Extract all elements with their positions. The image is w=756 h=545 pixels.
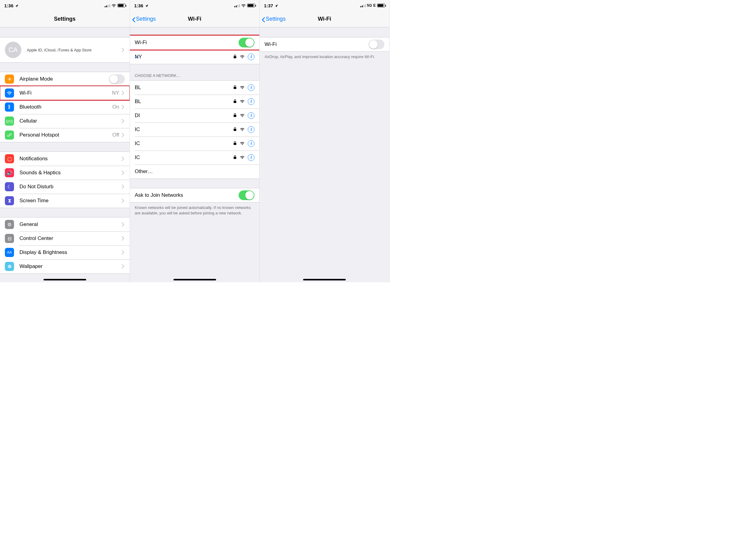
chevron-left-icon	[132, 17, 136, 21]
ask-to-join-row[interactable]: Ask to Join Networks	[130, 188, 260, 202]
network-name: IC	[135, 127, 233, 133]
choose-network-header: CHOOSE A NETWORK…	[130, 64, 260, 80]
home-indicator[interactable]	[173, 279, 216, 280]
info-button[interactable]: i	[248, 126, 254, 133]
nav-title: Wi-Fi	[188, 16, 201, 22]
network-row[interactable]: ICi	[130, 151, 260, 165]
wifi-off-footer: AirDrop, AirPlay, and improved location …	[260, 52, 389, 63]
other-network-row[interactable]: Other…	[130, 165, 260, 179]
location-icon	[274, 3, 278, 8]
wifi-signal-icon	[240, 127, 245, 132]
row-value: NY	[112, 90, 119, 96]
network-name: IC	[135, 155, 233, 161]
back-button[interactable]: Settings	[261, 11, 285, 27]
row-label: Control Center	[19, 236, 121, 242]
airplane-toggle[interactable]	[109, 74, 125, 84]
row-label: Do Not Disturb	[19, 184, 121, 190]
row-label: Other…	[135, 169, 255, 175]
network-row[interactable]: BLi	[130, 81, 260, 95]
network-row[interactable]: BLi	[130, 95, 260, 109]
battery-icon	[117, 4, 125, 7]
back-label: Settings	[136, 16, 156, 22]
chevron-right-icon	[121, 171, 125, 175]
lock-icon	[233, 127, 237, 133]
info-button[interactable]: i	[248, 112, 254, 119]
row-label: Wi-Fi	[19, 90, 112, 96]
row-hotspot[interactable]: ☍ Personal Hotspot Off	[0, 128, 130, 142]
apple-id-row[interactable]: CA Apple ID, iCloud, iTunes & App Store	[0, 37, 130, 62]
lock-icon	[233, 85, 237, 91]
wallpaper-icon: ❁	[5, 262, 14, 271]
info-button[interactable]: i	[248, 54, 254, 60]
back-button[interactable]: Settings	[132, 11, 156, 27]
row-control[interactable]: ⊟ Control Center	[0, 232, 130, 246]
row-wifi[interactable]: Wi-Fi NY	[0, 86, 130, 100]
info-button[interactable]: i	[248, 154, 254, 161]
home-indicator[interactable]	[303, 279, 346, 280]
airplane-icon: ✈	[5, 75, 14, 84]
row-display[interactable]: AA Display & Brightness	[0, 246, 130, 260]
wifi-toggle[interactable]	[369, 40, 384, 49]
ask-toggle[interactable]	[239, 191, 254, 200]
row-sounds[interactable]: 🔊 Sounds & Haptics	[0, 166, 130, 180]
chevron-right-icon	[121, 105, 125, 109]
network-row[interactable]: ICi	[130, 123, 260, 137]
network-name: IC	[135, 141, 233, 147]
info-button[interactable]: i	[248, 98, 254, 105]
avatar: CA	[5, 42, 21, 58]
chevron-right-icon	[121, 236, 125, 241]
wifi-signal-icon	[240, 155, 245, 160]
row-general[interactable]: ⚙ General	[0, 218, 130, 232]
row-label: Wi-Fi	[264, 41, 369, 47]
ask-footer: Known networks will be joined automatica…	[130, 203, 260, 219]
row-label: Display & Brightness	[19, 250, 121, 256]
navbar: Settings Wi-Fi	[130, 11, 260, 27]
lock-icon	[233, 99, 237, 105]
row-bluetooth[interactable]: ᛒ Bluetooth On	[0, 100, 130, 114]
wifi-signal-icon	[240, 99, 245, 104]
location-icon	[15, 3, 18, 8]
wifi-signal-icon	[240, 85, 245, 90]
control-icon: ⊟	[5, 234, 14, 243]
network-type: 5G E	[367, 3, 376, 8]
row-dnd[interactable]: ☾ Do Not Disturb	[0, 180, 130, 194]
info-button[interactable]: i	[248, 84, 254, 91]
status-bar: 1:36	[0, 0, 130, 11]
signal-icon	[234, 4, 240, 7]
row-cellular[interactable]: ((•)) Cellular	[0, 114, 130, 128]
network-name: BL	[135, 99, 233, 105]
status-time: 1:37	[264, 3, 273, 8]
dnd-icon: ☾	[5, 182, 14, 191]
row-label: Sounds & Haptics	[19, 170, 121, 176]
chevron-right-icon	[121, 91, 125, 95]
chevron-left-icon	[261, 17, 266, 21]
connected-network-row[interactable]: ✓ NY i	[130, 50, 260, 64]
status-bar: 1:36	[130, 0, 260, 11]
row-label: Cellular	[19, 118, 121, 124]
wifi-toggle[interactable]	[239, 38, 254, 47]
row-label: General	[19, 222, 121, 228]
chevron-right-icon	[121, 157, 125, 161]
wifi-toggle-row[interactable]: Wi-Fi	[130, 36, 260, 50]
row-value: Off	[112, 132, 119, 138]
chevron-right-icon	[121, 48, 125, 52]
row-screentime[interactable]: ⧗ Screen Time	[0, 194, 130, 208]
back-label: Settings	[266, 16, 285, 22]
info-button[interactable]: i	[248, 140, 254, 147]
row-notifications[interactable]: ▢ Notifications	[0, 152, 130, 166]
network-row[interactable]: DIi	[130, 109, 260, 123]
chevron-right-icon	[121, 250, 125, 255]
row-label: Notifications	[19, 156, 121, 162]
home-indicator[interactable]	[44, 279, 86, 280]
row-label: Ask to Join Networks	[135, 192, 239, 198]
row-label: Wallpaper	[19, 264, 121, 270]
nav-title: Settings	[54, 16, 75, 22]
row-airplane[interactable]: ✈ Airplane Mode	[0, 72, 130, 86]
wifi-toggle-row[interactable]: Wi-Fi	[260, 37, 389, 51]
row-label: Airplane Mode	[19, 76, 109, 82]
row-label: Wi-Fi	[135, 40, 239, 46]
network-row[interactable]: ICi	[130, 137, 260, 151]
row-label: Screen Time	[19, 198, 121, 204]
hotspot-icon: ☍	[5, 131, 14, 140]
row-wallpaper[interactable]: ❁ Wallpaper	[0, 260, 130, 273]
